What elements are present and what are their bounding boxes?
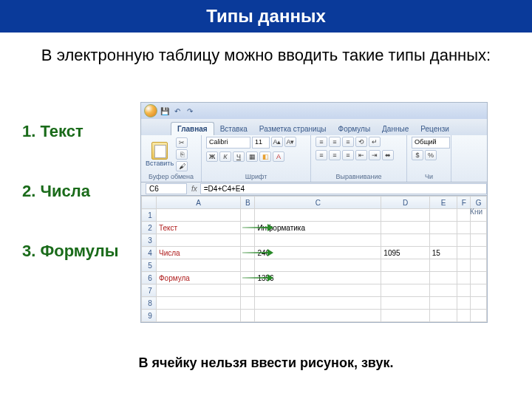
row-header[interactable]: 8 (142, 297, 157, 310)
fx-icon[interactable]: fx (191, 185, 197, 193)
col-header[interactable]: A (157, 197, 241, 209)
col-header[interactable]: E (429, 197, 457, 209)
font-size-select[interactable]: 11 (252, 137, 270, 149)
tab-layout[interactable]: Разметка страницы (253, 123, 332, 135)
redo-icon[interactable]: ↷ (185, 106, 195, 116)
cell[interactable]: Формула (157, 272, 241, 284)
cell[interactable] (157, 259, 241, 272)
cell[interactable] (157, 284, 241, 297)
increase-indent-icon[interactable]: ⇥ (369, 150, 381, 160)
col-header[interactable]: D (381, 197, 429, 209)
font-color-icon[interactable]: A (273, 151, 284, 162)
save-icon[interactable]: 💾 (160, 106, 170, 116)
cell[interactable] (241, 209, 255, 222)
cell[interactable] (241, 310, 255, 322)
cell[interactable] (471, 310, 487, 322)
undo-icon[interactable]: ↶ (172, 106, 183, 116)
formula-input[interactable]: =D4+C4+E4 (200, 183, 487, 194)
cell[interactable]: 246 (255, 247, 381, 259)
number-format-select[interactable]: Общий (412, 137, 450, 149)
percent-icon[interactable]: % (425, 150, 437, 160)
row-header[interactable]: 4 (142, 247, 157, 259)
align-center-icon[interactable]: ≡ (329, 150, 341, 160)
grow-font-icon[interactable]: A▴ (271, 137, 283, 147)
cell[interactable] (457, 259, 471, 272)
underline-button[interactable]: Ч (233, 151, 245, 162)
cell[interactable] (381, 222, 429, 234)
align-bottom-icon[interactable]: ≡ (342, 137, 354, 147)
cell[interactable] (255, 297, 381, 310)
cell[interactable] (255, 310, 381, 322)
cell[interactable] (429, 234, 457, 247)
cell[interactable] (429, 310, 457, 322)
cell[interactable] (255, 209, 381, 222)
row-header[interactable]: 9 (142, 310, 157, 322)
cell[interactable] (429, 272, 457, 284)
cell[interactable] (241, 284, 255, 297)
row-header[interactable]: 5 (142, 259, 157, 272)
cell[interactable] (471, 259, 487, 272)
tab-review[interactable]: Рецензи (415, 123, 455, 135)
cell[interactable] (471, 297, 487, 310)
corner-cell[interactable] (142, 197, 157, 209)
borders-icon[interactable]: ▦ (246, 151, 258, 162)
col-header[interactable]: B (241, 197, 255, 209)
col-header[interactable]: C (255, 197, 381, 209)
cell[interactable] (471, 222, 487, 234)
align-left-icon[interactable]: ≡ (316, 150, 327, 160)
currency-icon[interactable]: $ (412, 150, 423, 160)
cell[interactable] (457, 310, 471, 322)
cell[interactable]: Информатика (255, 222, 381, 234)
cell[interactable] (241, 234, 255, 247)
cell[interactable] (381, 310, 429, 322)
orientation-icon[interactable]: ⟲ (355, 137, 367, 147)
copy-icon[interactable]: ⎘ (176, 149, 188, 160)
row-header[interactable]: 1 (142, 209, 157, 222)
fill-color-icon[interactable]: ◧ (259, 151, 271, 162)
cell[interactable] (429, 259, 457, 272)
cell[interactable] (457, 247, 471, 259)
bold-button[interactable]: Ж (206, 151, 218, 162)
cell[interactable]: 1095 (381, 247, 429, 259)
cell[interactable] (157, 310, 241, 322)
col-header[interactable]: G (471, 197, 487, 209)
cell[interactable]: 15 (429, 247, 457, 259)
decrease-indent-icon[interactable]: ⇤ (355, 150, 367, 160)
tab-insert[interactable]: Вставка (214, 123, 253, 135)
cell[interactable] (255, 284, 381, 297)
cell[interactable] (471, 234, 487, 247)
tab-home[interactable]: Главная (171, 122, 214, 135)
cell[interactable] (429, 297, 457, 310)
row-header[interactable]: 2 (142, 222, 157, 234)
cell[interactable] (457, 284, 471, 297)
cell[interactable] (457, 209, 471, 222)
cell[interactable] (429, 209, 457, 222)
cell[interactable] (241, 272, 255, 284)
cell[interactable] (457, 222, 471, 234)
cell[interactable] (157, 234, 241, 247)
cell[interactable] (157, 297, 241, 310)
cell[interactable] (381, 234, 429, 247)
cell[interactable] (381, 284, 429, 297)
row-header[interactable]: 7 (142, 284, 157, 297)
cell[interactable] (241, 297, 255, 310)
cell[interactable] (255, 234, 381, 247)
wrap-text-icon[interactable]: ↵ (369, 137, 381, 147)
cell[interactable] (457, 297, 471, 310)
cell[interactable] (457, 272, 471, 284)
align-top-icon[interactable]: ≡ (316, 137, 327, 147)
spreadsheet-grid[interactable]: ABCDEFG12ТекстИнформатика34Числа24610951… (141, 196, 487, 322)
font-name-select[interactable]: Calibri (206, 137, 250, 149)
cell[interactable] (255, 259, 381, 272)
tab-formulas[interactable]: Формулы (332, 123, 377, 135)
cut-icon[interactable]: ✂ (176, 137, 188, 148)
tab-data[interactable]: Данные (376, 123, 415, 135)
cell[interactable] (429, 284, 457, 297)
cell[interactable] (381, 209, 429, 222)
shrink-font-icon[interactable]: A▾ (284, 137, 296, 147)
align-right-icon[interactable]: ≡ (342, 150, 354, 160)
cell[interactable] (241, 247, 255, 259)
cell[interactable] (471, 284, 487, 297)
cell[interactable] (241, 222, 255, 234)
cell[interactable]: 1356 (255, 272, 381, 284)
